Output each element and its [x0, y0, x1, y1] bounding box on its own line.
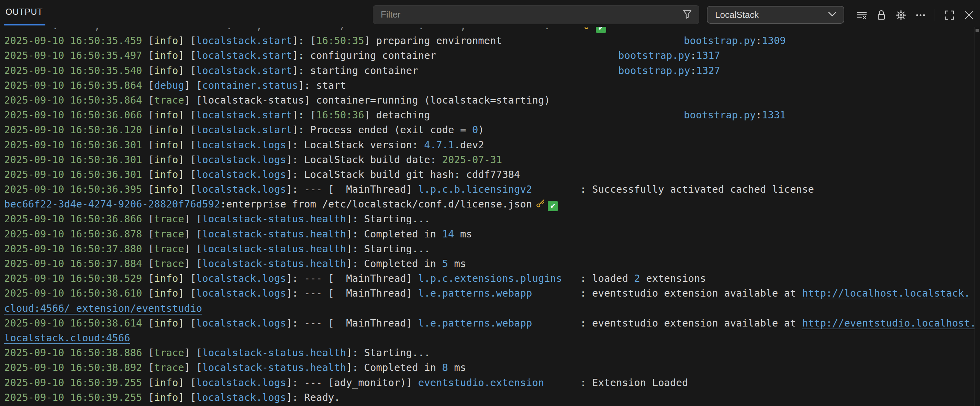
log-url-link[interactable]: localstack.cloud:4566	[4, 332, 130, 344]
active-tab-indicator	[4, 24, 45, 26]
scrollbar-thumb[interactable]	[975, 29, 979, 32]
log-row: 2025-09-10 16:50:37.880 [trace] [localst…	[4, 241, 975, 256]
log-segment: 2025-09-10 16:50:36.878	[4, 228, 148, 240]
log-segment: 14	[442, 228, 454, 240]
log-segment: [	[148, 287, 154, 299]
log-segment: )	[478, 124, 484, 136]
log-segment: .dev2	[454, 139, 484, 151]
log-row: 2025-09-10 16:50:38.886 [trace] [localst…	[4, 345, 975, 360]
log-segment: [	[148, 317, 154, 329]
log-segment: info	[154, 109, 178, 121]
log-row: 2025-09-10 16:50:38.614 [info] [localsta…	[4, 316, 975, 331]
log-segment: [	[148, 184, 154, 195]
log-url-link[interactable]: cloud:4566/_extension/eventstudio	[4, 302, 202, 314]
tab-output[interactable]: OUTPUT	[5, 7, 43, 17]
log-segment: ]: starting container	[292, 65, 418, 77]
log-segment: ]: LocalStack build git hash: cddf77384	[286, 169, 520, 180]
log-segment: [	[148, 228, 154, 240]
source-file-link[interactable]: bootstrap.py:1331	[684, 108, 786, 123]
log-row: 2025-09-10 16:50:35.540 [info] [localsta…	[4, 63, 975, 78]
check-icon: ✔	[596, 27, 606, 33]
log-segment: info	[154, 50, 178, 61]
filter-input[interactable]	[373, 9, 682, 20]
source-file-link[interactable]: bootstrap.py:1309	[684, 34, 786, 48]
gear-icon[interactable]	[895, 9, 907, 21]
log-segment: 2025-09-10 16:50:36.866	[4, 213, 148, 225]
log-segment: info	[154, 317, 178, 329]
log-segment: ]: LocalStack build date:	[286, 154, 442, 166]
log-segment: ] [	[178, 317, 196, 329]
log-segment: localstack-status.health	[202, 347, 346, 358]
log-segment: localstack-status.health	[202, 228, 346, 240]
log-segment: ms	[448, 258, 466, 269]
log-segment: debug	[154, 80, 184, 91]
panel-header: OUTPUT LocalStack	[0, 0, 980, 27]
log-segment: localstack.logs	[196, 184, 286, 195]
log-segment: 2025-07-31	[442, 154, 503, 166]
log-segment: extensions	[640, 272, 706, 284]
log-segment: ] [	[184, 80, 202, 91]
close-panel-icon[interactable]	[963, 9, 975, 21]
log-segment: l.e.patterns.webapp	[418, 287, 532, 299]
log-segment: [	[148, 361, 154, 373]
ellipsis-icon[interactable]	[914, 9, 927, 21]
log-segment: trace	[154, 347, 184, 358]
log-segment: info	[154, 124, 178, 136]
log-segment: ]: configuring container	[292, 50, 436, 61]
source-file-link[interactable]: bootstrap.py:1327	[618, 63, 720, 78]
log-segment: ] [	[184, 213, 202, 225]
log-segment: ] [	[184, 243, 202, 255]
log-segment: 2025-09-10 16:50:35.540	[4, 65, 148, 77]
source-link-part: 1309	[762, 35, 786, 46]
log-segment: localstack.start	[196, 124, 292, 136]
log-segment: trace	[154, 243, 184, 255]
log-segment: ] [	[184, 258, 202, 269]
source-link-part: 1331	[762, 109, 786, 121]
log-segment: : loaded	[562, 272, 634, 284]
log-segment: 2025-09-10 16:50:38.610	[4, 287, 148, 299]
log-row: 2025-09-10 16:50:39.255 [info] [localsta…	[4, 390, 975, 405]
log-segment: ]: Starting...	[346, 213, 430, 225]
lock-icon[interactable]	[875, 9, 888, 21]
maximize-panel-icon[interactable]	[943, 9, 956, 21]
log-segment: ms	[454, 228, 472, 240]
log-segment: info	[154, 377, 178, 388]
log-segment: trace	[154, 258, 184, 269]
toolbar-separator	[935, 9, 935, 21]
log-segment: [	[148, 35, 154, 46]
log-url-link[interactable]: http://localhost.localstack.	[802, 287, 970, 299]
log-segment: ] [	[178, 50, 196, 61]
log-segment: ]: Process ended (exit code =	[292, 124, 472, 136]
log-segment: info	[154, 154, 178, 166]
log-url-link[interactable]: http://eventstudio.localhost.	[802, 317, 975, 329]
log-segment: [	[148, 347, 154, 358]
filter-funnel-icon[interactable]	[682, 9, 693, 21]
log-segment: ]: LocalStack version:	[286, 139, 424, 151]
clear-output-icon[interactable]	[856, 9, 868, 21]
source-link-part: :	[756, 109, 762, 121]
log-segment: localstack.logs	[196, 139, 286, 151]
log-segment: ] [	[178, 109, 196, 121]
log-segment: 2025-09-10 16:50:35.864	[4, 94, 148, 106]
source-file-link[interactable]: bootstrap.py:1317	[618, 48, 720, 63]
log-segment: [	[148, 124, 154, 136]
log-row: 2025-09-10 16:50:38.892 [trace] [localst…	[4, 360, 975, 375]
log-segment: :enterprise from /etc/localstack/conf.d/…	[220, 198, 532, 210]
log-segment: ]: Starting...	[346, 243, 430, 255]
log-segment: ]: Completed in	[346, 361, 442, 373]
log-segment: localstack.logs	[196, 377, 286, 388]
log-segment: 2025-09-10 16:50:38.529	[4, 272, 148, 284]
log-row: 2025-09-10 16:50:39.255 [info] [localsta…	[4, 376, 975, 390]
log-row: 2025-09-10 16:50:36.866 [trace] [localst…	[4, 212, 975, 226]
log-segment: info	[154, 184, 178, 195]
log-segment: ]: Completed in	[346, 228, 442, 240]
log-segment: localstack-status.health	[202, 361, 346, 373]
log-segment: ]: [	[292, 35, 316, 46]
log-segment: localstack.start	[196, 109, 292, 121]
log-row: 2025-09-10 16:50:36.878 [trace] [localst…	[4, 227, 975, 241]
log-segment: localstack.logs	[196, 287, 286, 299]
vertical-scrollbar[interactable]	[975, 27, 980, 406]
log-segment: eventstudio.extension	[418, 377, 544, 388]
channel-dropdown[interactable]: LocalStack	[707, 6, 844, 24]
log-segment: ]: --- [ MainThread]	[286, 184, 418, 195]
